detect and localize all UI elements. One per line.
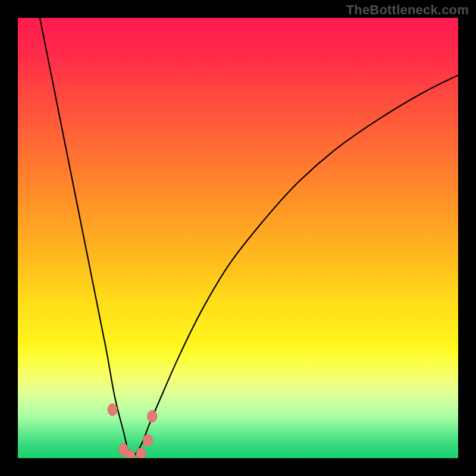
trough-marker [108,404,117,416]
bottleneck-curve [40,18,458,458]
trough-marker-group [108,404,157,458]
trough-marker [143,434,152,446]
curve-layer [18,18,458,458]
watermark-text: TheBottleneck.com [346,2,469,18]
right-branch-path [132,75,458,458]
trough-marker [136,448,146,458]
trough-marker [148,411,157,422]
chart-frame: TheBottleneck.com [0,0,476,476]
left-branch-path [40,18,132,458]
plot-area [18,18,458,458]
